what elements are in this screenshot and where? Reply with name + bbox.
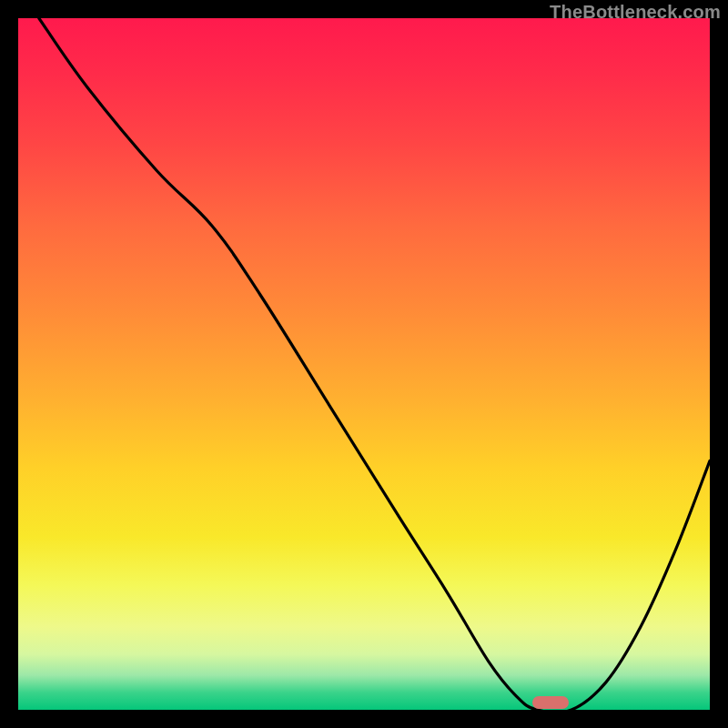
- bottleneck-curve: [39, 18, 710, 710]
- optimum-marker: [532, 696, 569, 709]
- plot-area: [18, 18, 710, 710]
- curve-svg: [18, 18, 710, 710]
- chart-container: TheBottleneck.com: [0, 0, 728, 728]
